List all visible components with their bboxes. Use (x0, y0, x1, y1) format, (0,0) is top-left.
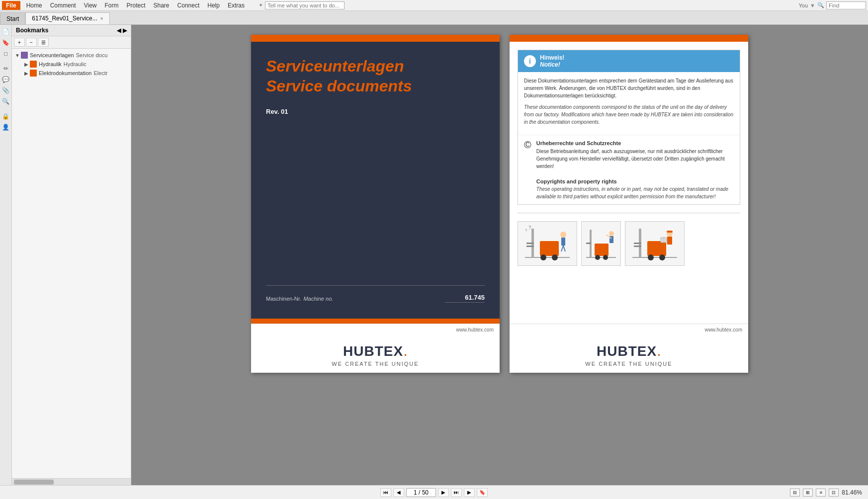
extras-menu[interactable]: Extras (224, 1, 249, 10)
comment-menu[interactable]: Comment (46, 1, 80, 10)
bookmarks-nav-next[interactable]: ▶ (123, 27, 127, 34)
thumb-svg-3 (630, 224, 680, 263)
tree-label-root: Serviceunterlagen (30, 52, 74, 58)
sidebar-icon-1[interactable]: 📄 (1, 27, 11, 37)
tree-item-hydraulik[interactable]: ▶ Hydraulik Hydraulic (12, 60, 131, 69)
copyright-title-de: Urheberrechte und Schutzrechte (536, 140, 621, 146)
svg-rect-23 (647, 241, 666, 256)
sidebar-icon-4[interactable]: ✏ (1, 64, 11, 74)
view-double-btn[interactable]: ⊞ (803, 489, 813, 497)
tab-close-button[interactable]: × (100, 16, 103, 21)
share-menu[interactable]: Share (150, 1, 174, 10)
sidebar-icon-user[interactable]: 👤 (1, 122, 11, 132)
svg-rect-31 (667, 231, 673, 233)
tree-item-elektro[interactable]: ▶ Elektrodokumentation Electr (12, 69, 131, 78)
sidebar-icon-lock[interactable]: 🔒 (1, 111, 11, 121)
notice-title-de: Hinweis! (540, 54, 564, 61)
machine-value: 61.745 (445, 294, 485, 303)
notice-icon: i (524, 55, 536, 67)
bookmark-options-btn[interactable]: ☰ (38, 38, 49, 47)
sidebar-icon-7[interactable]: 🔍 (1, 96, 11, 106)
document-viewer[interactable]: Serviceunterlagen Service documents Rev.… (131, 25, 868, 485)
svg-rect-16 (586, 243, 591, 244)
notice-title-en: Notice! (540, 61, 564, 68)
notice-header: i Hinweis! Notice! (518, 50, 740, 72)
svg-point-27 (648, 254, 654, 260)
view-continuous-btn[interactable]: ≡ (816, 489, 826, 497)
sidebar-icon-6[interactable]: 📎 (1, 85, 11, 95)
bookmark-expand-btn[interactable]: + (14, 38, 25, 47)
notice-title: Hinweis! Notice! (540, 54, 564, 68)
thumbnail-2 (581, 221, 621, 266)
cover-revision: Rev. 01 (266, 108, 485, 115)
menu-bar: File Home Comment View Form Protect Shar… (0, 0, 868, 11)
cover-title-de: Serviceunterlagen (266, 57, 485, 76)
cover-content: Serviceunterlagen Service documents Rev.… (251, 42, 500, 319)
svg-point-7 (560, 232, 566, 238)
tree-icon-elektro (30, 70, 37, 77)
main-area: 📄 🔖 □ ✏ 💬 📎 🔍 🔒 👤 Bookmarks ◀ ▶ + − ☰ ▼ (0, 25, 868, 485)
sidebar-icon-3[interactable]: □ (1, 49, 11, 59)
page-input-container (406, 488, 436, 497)
tell-me-input[interactable] (265, 1, 345, 9)
svg-point-17 (595, 255, 600, 260)
prev-page-btn[interactable]: ◀ (393, 488, 404, 497)
connect-menu[interactable]: Connect (174, 1, 204, 10)
view-single-btn[interactable]: ⊟ (790, 489, 800, 497)
tree-label-hydraulik: Hydraulik (39, 61, 62, 67)
tab-start-label: Start (6, 15, 19, 22)
play-btn[interactable]: ▶ (464, 488, 475, 497)
file-menu[interactable]: File (2, 1, 20, 10)
page-2: i Hinweis! Notice! Diese Dokumentationsu… (510, 35, 748, 373)
find-input[interactable] (826, 1, 866, 9)
tab-start[interactable]: Start (0, 12, 25, 24)
next-page-btn[interactable]: ▶ (438, 488, 449, 497)
logo-container-right: HUBTEX . (597, 341, 661, 360)
bookmark-collapse-btn[interactable]: − (26, 38, 37, 47)
tree-expand-root[interactable]: ▼ (14, 52, 21, 59)
last-page-btn[interactable]: ⏭ (451, 488, 462, 497)
cover-bottom-bar (251, 319, 500, 324)
home-menu[interactable]: Home (22, 1, 46, 10)
bookmarks-tree: ▼ Serviceunterlagen Service docu ▶ Hydra… (12, 49, 131, 478)
thumb-svg-2 (584, 224, 618, 263)
sidebar-icon-5[interactable]: 💬 (1, 75, 11, 84)
copyright-icon: © (524, 139, 531, 151)
tree-icon-hydraulik (30, 61, 37, 68)
page-input[interactable] (406, 488, 436, 497)
protect-menu[interactable]: Protect (123, 1, 150, 10)
tree-sublabel-root: Service docu (76, 52, 108, 58)
copyright-text: Urheberrechte und Schutzrechte Diese Bet… (536, 139, 734, 200)
svg-rect-25 (634, 243, 641, 244)
bookmarks-nav-prev[interactable]: ◀ (117, 27, 121, 34)
tree-expand-hydraulik[interactable]: ▶ (23, 61, 30, 68)
view-menu[interactable]: View (80, 1, 101, 10)
thumb-content-1: ? ? (518, 222, 577, 265)
page-logo-right: HUBTEX . WE CREATE THE UNIQUE (510, 335, 748, 373)
pages-container: Serviceunterlagen Service documents Rev.… (251, 35, 748, 373)
sidebar-icon-2[interactable]: 🔖 (1, 38, 11, 48)
bookmarks-panel: Bookmarks ◀ ▶ + − ☰ ▼ Serviceunterlagen … (12, 25, 131, 485)
page2-content: i Hinweis! Notice! Diese Dokumentationsu… (510, 42, 748, 324)
first-page-btn[interactable]: ⏮ (380, 488, 391, 497)
svg-rect-8 (561, 238, 565, 246)
page-logo-left: HUBTEX . WE CREATE THE UNIQUE (251, 335, 500, 373)
horizontal-scrollbar[interactable] (12, 478, 131, 485)
page-footer-left: www.hubtex.com (251, 324, 500, 335)
form-menu[interactable]: Form (101, 1, 123, 10)
tab-document[interactable]: 61745_Rev01_Service... × (25, 12, 109, 24)
svg-rect-14 (595, 244, 608, 256)
menu-search-area: You ▼ 🔍 (799, 1, 866, 9)
machine-label-de: Maschinen-Nr. (266, 296, 301, 302)
bookmark-add-btn[interactable]: 🔖 (477, 488, 488, 497)
tree-expand-elektro[interactable]: ▶ (23, 70, 30, 77)
scrollbar-thumb[interactable] (14, 480, 54, 485)
svg-point-19 (609, 231, 614, 236)
view-fit-btn[interactable]: ⊡ (829, 489, 839, 497)
logo-dot-right: . (657, 341, 661, 360)
help-menu[interactable]: Help (203, 1, 224, 10)
cover-top-bar (251, 35, 500, 42)
svg-point-6 (552, 254, 558, 260)
tree-item-root[interactable]: ▼ Serviceunterlagen Service docu (12, 51, 131, 60)
right-thumbnails: ? ? (518, 217, 740, 270)
